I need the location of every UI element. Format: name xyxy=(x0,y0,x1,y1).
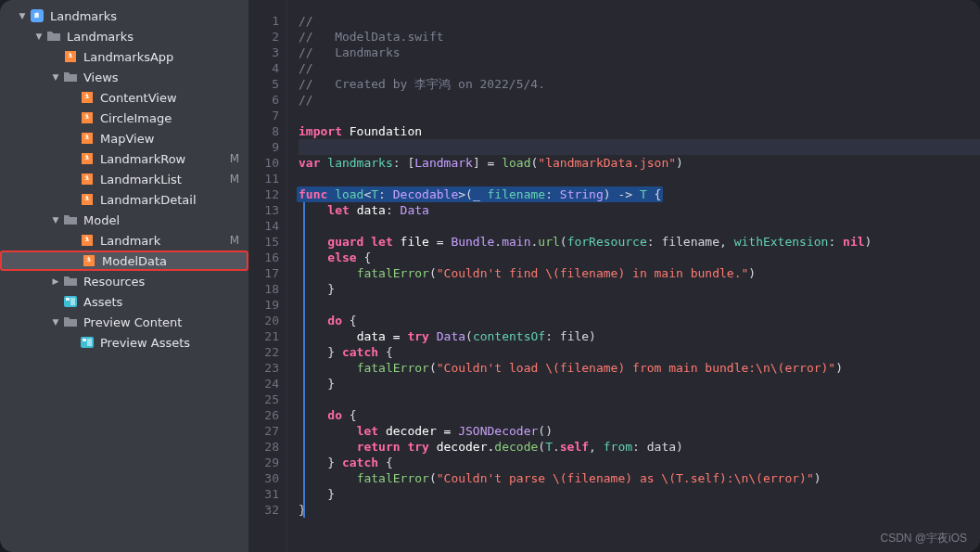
line-number: 30 xyxy=(248,470,279,486)
code-line[interactable]: // Created by 李宇鸿 on 2022/5/4. xyxy=(299,76,980,92)
fold-bar xyxy=(303,328,305,344)
tree-item-mapview[interactable]: ▼MapView xyxy=(0,128,248,148)
tree-item-contentview[interactable]: ▼ContentView xyxy=(0,87,248,108)
token: from xyxy=(604,439,632,455)
line-number: 20 xyxy=(248,313,279,328)
chevron-down-icon[interactable]: ▼ xyxy=(33,32,45,41)
tree-item-circleimage[interactable]: ▼CircleImage xyxy=(0,108,248,128)
code-line[interactable] xyxy=(299,139,980,155)
code-line[interactable]: } xyxy=(299,486,980,502)
tree-item-label: MapView xyxy=(100,132,239,146)
code-area[interactable]: //// ModelData.swift// Landmarks//// Cre… xyxy=(287,0,980,552)
tree-item-assets[interactable]: ▼Assets xyxy=(0,291,248,312)
code-line[interactable] xyxy=(299,108,980,123)
code-line[interactable]: } xyxy=(299,281,980,297)
fold-bar xyxy=(303,313,305,328)
token: ) xyxy=(865,234,872,250)
token: ( xyxy=(429,265,437,281)
tree-item-modeldata[interactable]: ▼ModelData xyxy=(0,250,248,271)
code-line[interactable] xyxy=(299,297,980,313)
tree-item-landmarklist[interactable]: ▼LandmarkListM xyxy=(0,169,248,189)
token xyxy=(299,328,357,344)
token: T xyxy=(640,187,647,201)
code-line[interactable] xyxy=(299,218,980,234)
fold-bar xyxy=(303,455,305,470)
code-line[interactable]: } catch { xyxy=(299,455,980,470)
code-line[interactable]: // xyxy=(299,13,980,29)
token: let xyxy=(327,202,356,218)
code-line[interactable]: var landmarks: [Landmark] = load("landma… xyxy=(299,155,980,171)
token: T xyxy=(371,187,378,201)
tree-item-label: Resources xyxy=(83,275,239,289)
tree-item-landmarkrow[interactable]: ▼LandmarkRowM xyxy=(0,148,248,169)
code-line[interactable]: } xyxy=(299,376,980,392)
code-line[interactable]: fatalError("Couldn't parse \(filename) a… xyxy=(299,470,980,486)
tree-item-preview-content[interactable]: ▼Preview Content xyxy=(0,312,248,332)
code-line[interactable]: func load<T: Decodable>(_ filename: Stri… xyxy=(299,186,980,202)
code-line[interactable]: let data: Data xyxy=(299,202,980,218)
swift-icon xyxy=(80,110,95,125)
token: : xyxy=(386,202,401,218)
code-line[interactable]: let decoder = JSONDecoder() xyxy=(299,423,980,439)
tree-item-landmarksapp[interactable]: ▼LandmarksApp xyxy=(0,46,248,67)
line-number: 22 xyxy=(248,344,279,360)
modified-badge: M xyxy=(224,152,239,165)
token: catch xyxy=(342,344,378,360)
fold-bar xyxy=(303,250,305,265)
token: : file) xyxy=(545,328,596,344)
code-line[interactable] xyxy=(299,392,980,407)
code-line[interactable]: do { xyxy=(299,313,980,328)
token: let xyxy=(357,423,386,439)
code-line[interactable]: } catch { xyxy=(299,344,980,360)
code-line[interactable]: return try decoder.decode(T.self, from: … xyxy=(299,439,980,455)
tree-item-model[interactable]: ▼Model xyxy=(0,210,248,230)
chevron-down-icon[interactable]: ▼ xyxy=(17,11,28,20)
project-navigator[interactable]: ▼Landmarks▼Landmarks▼LandmarksApp▼Views▼… xyxy=(0,0,248,552)
token: fatalError xyxy=(357,360,429,376)
tree-item-views[interactable]: ▼Views xyxy=(0,67,248,87)
tree-item-label: Model xyxy=(83,213,239,227)
token: Landmark xyxy=(414,155,473,171)
tree-item-landmarkdetail[interactable]: ▼LandmarkDetail xyxy=(0,189,248,210)
token: nil xyxy=(843,234,864,250)
code-line[interactable]: fatalError("Couldn't load \(filename) fr… xyxy=(299,360,980,376)
code-line[interactable]: // xyxy=(299,60,980,76)
tree-item-preview-assets[interactable]: ▼Preview Assets xyxy=(0,332,248,353)
token: catch xyxy=(342,455,378,470)
token: do xyxy=(327,407,342,423)
token xyxy=(299,439,357,455)
token: Data xyxy=(401,202,429,218)
selection: func load<T: Decodable>(_ filename: Stri… xyxy=(297,186,663,202)
code-line[interactable] xyxy=(299,171,980,186)
code-line[interactable]: fatalError("Couldn't find \(filename) in… xyxy=(299,265,980,281)
tree-item-resources[interactable]: ▶Resources xyxy=(0,271,248,291)
tree-item-landmarks[interactable]: ▼Landmarks xyxy=(0,6,248,26)
line-number: 12 xyxy=(248,186,279,202)
code-line[interactable]: else { xyxy=(299,250,980,265)
chevron-down-icon[interactable]: ▼ xyxy=(50,72,61,82)
token xyxy=(299,360,357,376)
code-line[interactable]: // ModelData.swift xyxy=(299,29,980,45)
token: } xyxy=(327,281,335,297)
code-line[interactable]: import Foundation xyxy=(299,123,980,139)
code-line[interactable]: do { xyxy=(299,407,980,423)
token: : filename, xyxy=(647,234,734,250)
token xyxy=(299,470,357,486)
code-line[interactable]: data = try Data(contentsOf: file) xyxy=(299,328,980,344)
code-line[interactable]: // xyxy=(299,92,980,108)
token: ] = xyxy=(473,155,502,171)
swift-icon xyxy=(82,253,96,268)
code-editor[interactable]: 1234567891011121314151617181920212223242… xyxy=(248,0,980,552)
chevron-right-icon[interactable]: ▶ xyxy=(50,276,61,286)
line-number: 25 xyxy=(248,392,279,407)
tree-item-label: CircleImage xyxy=(100,111,239,125)
chevron-down-icon[interactable]: ▼ xyxy=(50,317,61,327)
fold-bar xyxy=(303,297,305,313)
tree-item-landmarks[interactable]: ▼Landmarks xyxy=(0,26,248,46)
code-line[interactable]: } xyxy=(299,502,980,518)
code-line[interactable]: guard let file = Bundle.main.url(forReso… xyxy=(299,234,980,250)
code-line[interactable]: // Landmarks xyxy=(299,45,980,60)
fold-bar xyxy=(303,470,305,486)
tree-item-landmark[interactable]: ▼LandmarkM xyxy=(0,230,248,250)
chevron-down-icon[interactable]: ▼ xyxy=(50,215,61,225)
